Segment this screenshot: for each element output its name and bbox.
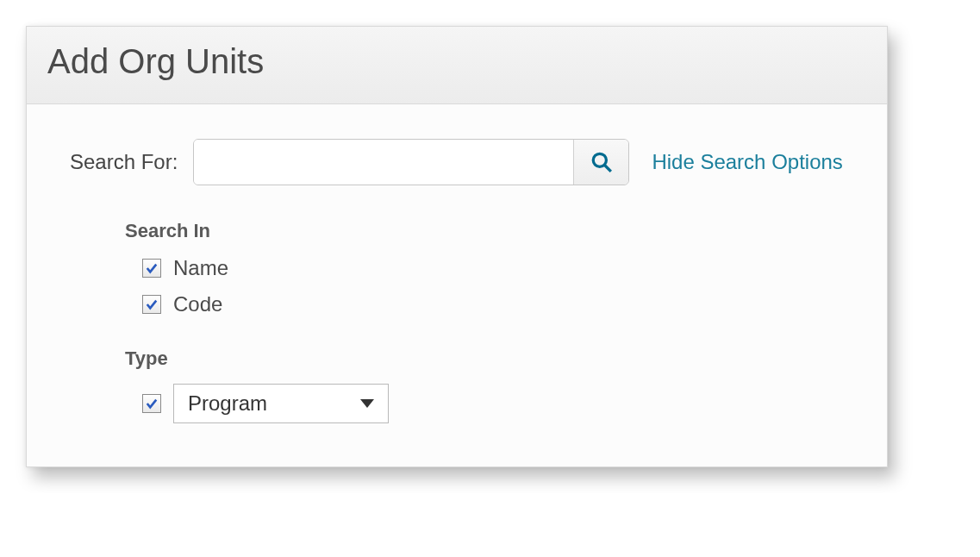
dialog-title: Add Org Units bbox=[47, 42, 866, 81]
search-in-name-row: Name bbox=[125, 256, 861, 280]
svg-point-0 bbox=[593, 153, 606, 166]
search-button[interactable] bbox=[573, 140, 628, 185]
search-in-title: Search In bbox=[125, 220, 861, 242]
check-icon bbox=[146, 262, 158, 274]
search-input-group bbox=[193, 139, 629, 185]
name-checkbox[interactable] bbox=[142, 259, 161, 278]
type-group: Type Program bbox=[125, 347, 861, 423]
add-org-units-dialog: Add Org Units Search For: Hide Search Op… bbox=[26, 26, 888, 467]
type-select-value: Program bbox=[188, 391, 267, 416]
dialog-body: Search For: Hide Search Options Search I… bbox=[27, 104, 887, 466]
type-select[interactable]: Program bbox=[173, 384, 389, 423]
svg-line-1 bbox=[604, 165, 611, 172]
chevron-down-icon bbox=[360, 399, 374, 408]
search-options-block: Search In Name Code Type bbox=[70, 220, 861, 423]
name-checkbox-label: Name bbox=[173, 256, 228, 280]
type-title: Type bbox=[125, 347, 861, 370]
code-checkbox[interactable] bbox=[142, 295, 161, 314]
check-icon bbox=[146, 298, 158, 310]
code-checkbox-label: Code bbox=[173, 292, 222, 316]
search-for-label: Search For: bbox=[70, 150, 178, 174]
type-row: Program bbox=[125, 384, 861, 423]
dialog-header: Add Org Units bbox=[27, 27, 887, 104]
hide-search-options-link[interactable]: Hide Search Options bbox=[652, 150, 842, 174]
check-icon bbox=[146, 397, 158, 410]
search-row: Search For: Hide Search Options bbox=[70, 139, 861, 185]
search-in-code-row: Code bbox=[125, 292, 861, 316]
search-icon bbox=[590, 151, 613, 173]
search-input[interactable] bbox=[194, 140, 573, 185]
type-checkbox[interactable] bbox=[142, 394, 161, 413]
